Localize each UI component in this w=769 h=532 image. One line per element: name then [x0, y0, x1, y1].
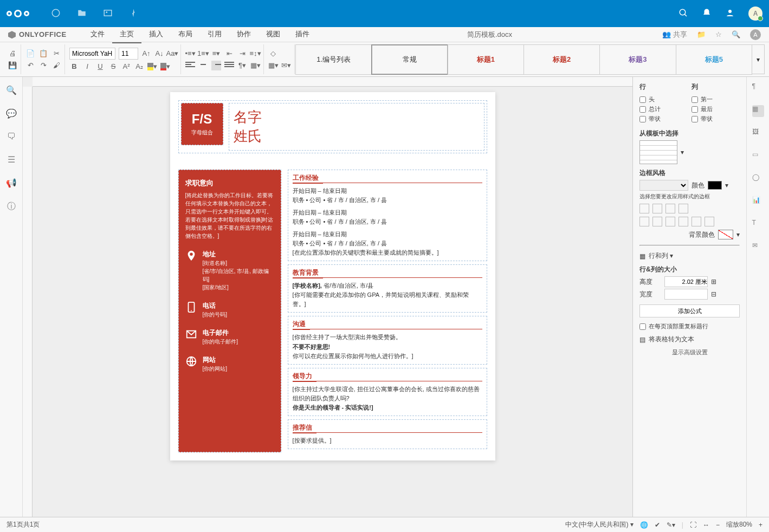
- chk-last-col[interactable]: 最后: [692, 105, 740, 113]
- add-formula-button[interactable]: 添加公式: [639, 304, 740, 317]
- rt-chart-icon[interactable]: 📊: [752, 196, 764, 208]
- rt-header-icon[interactable]: ▭: [752, 151, 764, 163]
- style-heading3[interactable]: 标题3: [599, 44, 676, 75]
- editor-avatar[interactable]: A: [750, 29, 761, 40]
- fit-width-icon[interactable]: ↔: [703, 521, 709, 529]
- format-painter-icon[interactable]: 🖌: [51, 61, 61, 70]
- contacts-icon[interactable]: [725, 8, 735, 20]
- section-education[interactable]: 教育背景 [学校名称], 省/市/自治区, 市/县 [你可能需要在此处添加你的 …: [288, 264, 487, 313]
- cut-icon[interactable]: ✂: [51, 49, 61, 59]
- share-button[interactable]: 👥 共享: [662, 30, 687, 40]
- redo-icon[interactable]: ↷: [38, 61, 48, 70]
- dec-indent-icon[interactable]: ⇤: [224, 49, 234, 59]
- border-right[interactable]: [665, 217, 675, 226]
- rt-paragraph-icon[interactable]: ¶: [752, 82, 764, 94]
- border-bottom[interactable]: [705, 217, 714, 226]
- align-center-button[interactable]: [198, 61, 208, 70]
- decrease-font-icon[interactable]: A↓: [154, 49, 164, 59]
- increase-font-icon[interactable]: A↑: [141, 49, 151, 59]
- change-case-icon[interactable]: Aa▾: [167, 49, 177, 59]
- table-template-picker[interactable]: [639, 140, 677, 164]
- rows-cols-dropdown[interactable]: 行和列 ▾: [649, 251, 673, 261]
- superscript-button[interactable]: A²: [121, 62, 131, 72]
- chk-first-col[interactable]: 第一: [692, 95, 740, 103]
- page-indicator[interactable]: 第1页共1页: [7, 520, 40, 529]
- tab-insert[interactable]: 插入: [141, 26, 171, 43]
- zoom-in-button[interactable]: +: [759, 521, 762, 529]
- tab-view[interactable]: 视图: [259, 26, 288, 43]
- highlight-color-button[interactable]: ▾: [147, 62, 157, 72]
- zoom-out-button[interactable]: −: [716, 521, 720, 529]
- lt-comments-icon[interactable]: 💬: [6, 108, 17, 119]
- save-icon[interactable]: 💾: [8, 61, 17, 70]
- row-height-input[interactable]: [664, 276, 708, 287]
- rt-table-icon[interactable]: ▦: [752, 105, 764, 117]
- distribute-rows-icon[interactable]: ⊞: [711, 278, 716, 286]
- section-communication[interactable]: 沟通 [你曾经主持了一场大型演出并饱受赞扬。不要不好意思!你可以在此位置展示你如…: [288, 316, 487, 364]
- spellcheck-lang-icon[interactable]: 🌐: [640, 521, 648, 529]
- lt-about-icon[interactable]: ⓘ: [7, 201, 16, 212]
- insert-table-icon[interactable]: ▦▾: [268, 61, 278, 70]
- files-icon[interactable]: [77, 8, 87, 20]
- search-icon[interactable]: [678, 8, 688, 20]
- section-work[interactable]: 工作经验 开始日期 – 结束日期职务 • 公司 • 省 / 市 / 自治区, 市…: [288, 170, 487, 261]
- header-search-icon[interactable]: 🔍: [732, 30, 740, 38]
- lt-chat-icon[interactable]: 🗨: [7, 132, 16, 141]
- border-width-select[interactable]: [639, 180, 688, 191]
- style-normal[interactable]: 常规: [371, 44, 448, 75]
- name-cell[interactable]: 名字 姓氏: [229, 103, 484, 151]
- tab-file[interactable]: 文件: [83, 26, 112, 43]
- mailmerge-icon[interactable]: ✉▾: [281, 61, 291, 70]
- numbering-icon[interactable]: 1≡▾: [198, 49, 208, 59]
- border-vert[interactable]: [652, 217, 662, 226]
- advanced-settings-link[interactable]: 显示高级设置: [639, 348, 740, 356]
- rt-textart-icon[interactable]: T: [752, 219, 764, 231]
- align-justify-button[interactable]: [224, 61, 234, 70]
- tab-layout[interactable]: 布局: [171, 26, 200, 43]
- monogram-cell[interactable]: F/S 字母组合: [181, 103, 223, 145]
- section-leadership[interactable]: 领导力 [你主持过大学生联谊会, 担任过公寓董事会的会长, 或当过你喜欢的慈善组…: [288, 368, 487, 416]
- chk-header-row[interactable]: 头: [639, 95, 688, 103]
- spellcheck-icon[interactable]: ✔: [655, 521, 660, 529]
- vertical-ruler[interactable]: [23, 87, 33, 517]
- lt-search-icon[interactable]: 🔍: [6, 85, 17, 95]
- nonprinting-icon[interactable]: ¶▾: [237, 61, 247, 70]
- fit-page-icon[interactable]: ⛶: [690, 521, 696, 529]
- lt-navigation-icon[interactable]: ☰: [8, 154, 15, 165]
- line-spacing-icon[interactable]: ≡↕▾: [250, 49, 260, 59]
- style-numbered-list[interactable]: 1.编号列表: [295, 44, 372, 75]
- align-left-button[interactable]: [185, 61, 195, 70]
- style-heading5[interactable]: 标题5: [676, 44, 752, 75]
- convert-to-text-button[interactable]: 将表格转为文本: [649, 335, 694, 344]
- italic-button[interactable]: I: [82, 62, 92, 72]
- shading-icon[interactable]: ▦▾: [250, 61, 260, 70]
- style-heading1[interactable]: 标题1: [448, 44, 524, 75]
- favorite-icon[interactable]: ☆: [715, 30, 722, 38]
- inc-indent-icon[interactable]: ⇥: [237, 49, 247, 59]
- border-outer[interactable]: [639, 204, 649, 213]
- open-location-icon[interactable]: 📁: [697, 30, 706, 38]
- language-selector[interactable]: 中文(中华人民共和国) ▾: [565, 520, 633, 529]
- clear-style-icon[interactable]: ◇: [268, 49, 278, 59]
- border-color-swatch[interactable]: [708, 181, 722, 190]
- lt-feedback-icon[interactable]: 📢: [6, 178, 17, 188]
- subscript-button[interactable]: A₂: [134, 62, 144, 72]
- chk-banded-col[interactable]: 带状: [692, 115, 740, 123]
- repeat-header-checkbox[interactable]: 在每页顶部重复标题行: [639, 322, 740, 330]
- bg-color-swatch[interactable]: [718, 230, 733, 239]
- horizontal-ruler[interactable]: [33, 77, 632, 87]
- font-name-select[interactable]: [69, 48, 115, 60]
- rt-shape-icon[interactable]: ◯: [752, 173, 764, 185]
- tab-plugins[interactable]: 插件: [288, 26, 317, 43]
- chk-total-row[interactable]: 总计: [639, 105, 688, 113]
- style-heading2[interactable]: 标题2: [524, 44, 600, 75]
- border-top[interactable]: [678, 217, 688, 226]
- dashboard-icon[interactable]: [51, 8, 61, 20]
- font-color-button[interactable]: ▾: [160, 62, 170, 72]
- copy-icon[interactable]: 📄: [25, 49, 35, 59]
- photos-icon[interactable]: [103, 8, 113, 20]
- border-none[interactable]: [678, 204, 688, 213]
- chk-banded-row[interactable]: 带状: [639, 115, 688, 123]
- activity-icon[interactable]: [129, 8, 139, 20]
- col-width-input[interactable]: [664, 289, 708, 300]
